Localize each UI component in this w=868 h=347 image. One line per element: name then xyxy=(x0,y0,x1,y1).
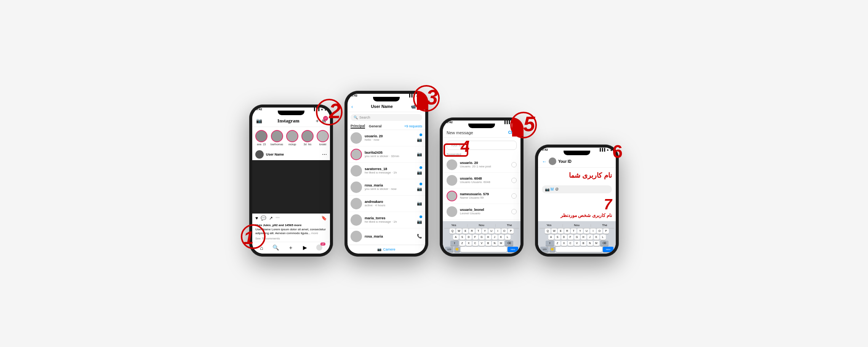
story-item[interactable]: 3d_his xyxy=(301,130,314,146)
comment-icon[interactable]: 💬 xyxy=(261,215,266,221)
key-intro-4[interactable]: intro xyxy=(603,247,613,252)
nm-radio[interactable] xyxy=(511,193,517,199)
kb-suggestion-4[interactable]: Yes xyxy=(546,223,551,227)
search-bar[interactable]: 🔍 Search xyxy=(351,114,422,121)
tab-general[interactable]: General xyxy=(369,124,382,128)
key-q-4[interactable]: Q xyxy=(545,228,551,234)
dm-item[interactable]: laurita2435 you sent a sticker · 32min 📷 xyxy=(348,146,425,163)
key-123[interactable]: 123 xyxy=(445,247,453,252)
search-nav-icon[interactable]: 🔍 xyxy=(272,244,279,251)
nm-radio[interactable] xyxy=(511,178,517,183)
key-shift[interactable]: ⇧ xyxy=(450,241,459,246)
key-intro[interactable]: intro xyxy=(508,247,518,252)
key-w-4[interactable]: W xyxy=(551,228,557,234)
kb-suggestion-4[interactable]: The xyxy=(602,223,607,227)
key-s[interactable]: S xyxy=(460,235,465,240)
story-item[interactable]: ana_23 xyxy=(255,130,267,146)
dm-item[interactable]: usuario. 20 hello · now 📷 xyxy=(348,130,425,146)
dm-item[interactable]: saratorres_18 he liked a message · 1h 📷 xyxy=(348,163,425,179)
key-d-4[interactable]: D xyxy=(561,235,567,240)
dm-item[interactable]: rosa_maria you sent a sticker · now 📷 xyxy=(348,179,425,196)
nm-item[interactable]: usuario. 6048 Usuario Usuario. 6048 xyxy=(443,173,520,188)
key-i[interactable]: I xyxy=(495,228,501,234)
nm-radio[interactable] xyxy=(511,209,517,214)
kb-suggestion[interactable]: Yes xyxy=(451,223,456,227)
key-space[interactable] xyxy=(461,247,507,252)
key-x-4[interactable]: X xyxy=(561,241,567,246)
key-y[interactable]: Y xyxy=(482,228,488,234)
add-nav-icon[interactable]: ＋ xyxy=(288,244,293,251)
more-link[interactable]: more xyxy=(311,231,318,235)
key-c[interactable]: C xyxy=(472,241,478,246)
key-h[interactable]: H xyxy=(485,235,491,240)
key-x[interactable]: X xyxy=(466,241,472,246)
dm-item[interactable]: andreakaro active · 4 hours 📷 xyxy=(348,196,425,212)
key-e[interactable]: E xyxy=(463,228,468,234)
key-r[interactable]: R xyxy=(469,228,475,234)
camera-icon-ig[interactable]: 📷 xyxy=(256,118,262,124)
key-emoji-4[interactable]: 🙂 xyxy=(549,247,555,252)
profile-nav[interactable]: 17 xyxy=(316,244,322,251)
kb-suggestion[interactable]: Nou xyxy=(479,223,484,227)
key-c-4[interactable]: C xyxy=(568,241,573,246)
save-icon[interactable]: 🔖 xyxy=(321,215,327,221)
nm-item[interactable]: nameusuario. 579 Name Usuario 59 xyxy=(443,188,520,204)
key-n-4[interactable]: N xyxy=(587,241,593,246)
nm-radio[interactable] xyxy=(511,162,517,167)
key-h-4[interactable]: H xyxy=(581,235,586,240)
key-n[interactable]: N xyxy=(492,241,498,246)
like-icon[interactable]: ♥ xyxy=(255,215,258,221)
reels-nav-icon[interactable]: ▶ xyxy=(303,244,307,251)
key-a-4[interactable]: A xyxy=(548,235,554,240)
key-l-4[interactable]: L xyxy=(600,235,606,240)
dm-item[interactable]: maria_torres he liked a message · 1h 📷 xyxy=(348,212,425,228)
key-y-4[interactable]: Y xyxy=(577,228,583,234)
key-o-4[interactable]: O xyxy=(597,228,602,234)
key-v[interactable]: V xyxy=(479,241,485,246)
key-backspace[interactable]: ⌫ xyxy=(505,241,513,246)
tab-principal[interactable]: Principal xyxy=(351,124,365,129)
key-e-4[interactable]: E xyxy=(558,228,564,234)
key-space-4[interactable] xyxy=(556,247,602,252)
story-item[interactable]: loralei xyxy=(317,130,329,146)
key-q[interactable]: Q xyxy=(450,228,455,234)
story-item[interactable]: barthomas xyxy=(271,130,283,146)
dm-footer[interactable]: 📷 Camere xyxy=(348,245,425,254)
key-b-4[interactable]: B xyxy=(581,241,586,246)
key-123-4[interactable]: 123 xyxy=(540,247,549,252)
key-p[interactable]: P xyxy=(508,228,514,234)
key-f[interactable]: F xyxy=(472,235,478,240)
key-v-4[interactable]: V xyxy=(574,241,580,246)
key-i-4[interactable]: I xyxy=(590,228,596,234)
key-k[interactable]: K xyxy=(498,235,504,240)
key-p-4[interactable]: P xyxy=(603,228,609,234)
key-d[interactable]: D xyxy=(466,235,472,240)
key-m[interactable]: M xyxy=(498,241,504,246)
key-backspace-4[interactable]: ⌫ xyxy=(600,241,609,246)
key-u-4[interactable]: U xyxy=(584,228,589,234)
story-item[interactable]: nickgp xyxy=(286,130,298,146)
key-j-4[interactable]: J xyxy=(587,235,593,240)
dm-requests[interactable]: +9 requests xyxy=(404,124,422,128)
key-m-4[interactable]: M xyxy=(594,241,599,246)
key-z-4[interactable]: Z xyxy=(555,241,561,246)
back-icon-chat[interactable]: ← xyxy=(542,159,547,164)
key-emoji[interactable]: 🙂 xyxy=(454,247,460,252)
key-z[interactable]: Z xyxy=(460,241,465,246)
key-shift-4[interactable]: ⇧ xyxy=(546,241,554,246)
message-input-box[interactable]: 📷 M @ xyxy=(542,185,612,193)
key-o[interactable]: O xyxy=(501,228,507,234)
nm-item[interactable]: usuario. 20 Usuario. 20 1 new post xyxy=(443,157,520,173)
key-g[interactable]: G xyxy=(479,235,485,240)
key-t-4[interactable]: T xyxy=(571,228,577,234)
key-u[interactable]: U xyxy=(488,228,494,234)
key-b[interactable]: B xyxy=(485,241,491,246)
key-g-4[interactable]: G xyxy=(574,235,580,240)
key-a[interactable]: A xyxy=(453,235,459,240)
more-icon[interactable]: ⋯ xyxy=(322,151,327,157)
kb-suggestion-4[interactable]: Nou xyxy=(574,223,580,227)
key-s-4[interactable]: S xyxy=(555,235,561,240)
nm-item[interactable]: usuario_leonel Leonel Usuario xyxy=(443,204,520,220)
share-icon[interactable]: ↗ xyxy=(269,215,273,221)
key-l[interactable]: L xyxy=(505,235,511,240)
